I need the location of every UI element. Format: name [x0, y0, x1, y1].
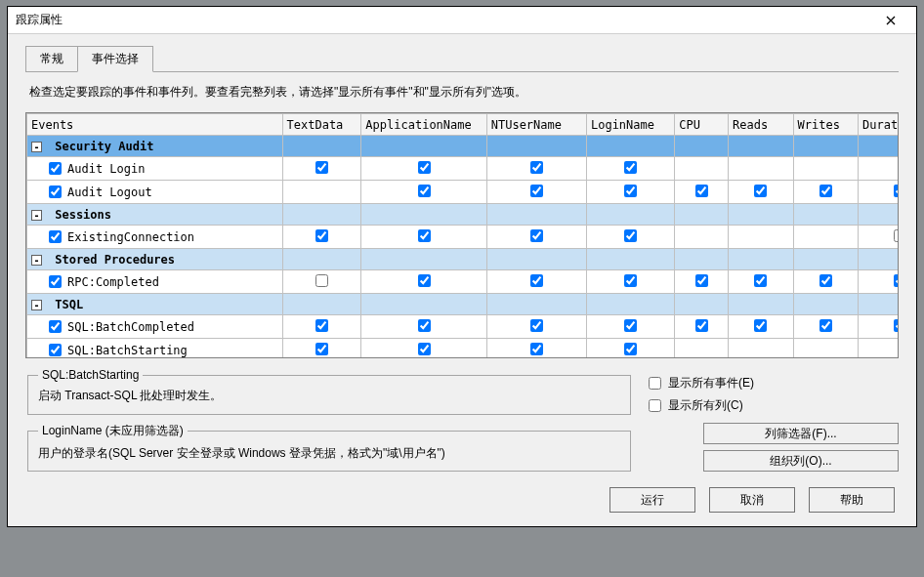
organize-columns-button[interactable]: 组织列(O)... — [703, 450, 899, 472]
event-row[interactable]: SQL:BatchStarting — [27, 339, 899, 358]
event-checkbox[interactable] — [49, 185, 62, 198]
collapse-icon[interactable]: - — [31, 210, 42, 221]
grid-cell[interactable] — [282, 270, 361, 294]
category-cell[interactable]: - Security Audit — [27, 136, 283, 157]
category-cell[interactable]: - Stored Procedures — [27, 249, 283, 270]
category-cell[interactable]: - Sessions — [27, 204, 283, 226]
event-row[interactable]: Audit Logout — [27, 181, 899, 204]
column-checkbox[interactable] — [315, 274, 328, 287]
event-checkbox[interactable] — [49, 230, 62, 243]
grid-cell[interactable] — [486, 226, 586, 249]
category-cell[interactable]: - TSQL — [27, 294, 283, 315]
grid-cell[interactable] — [361, 315, 486, 339]
grid-cell[interactable] — [675, 339, 729, 358]
grid-header-writes[interactable]: Writes — [793, 114, 859, 136]
event-row[interactable]: Audit Login — [27, 157, 899, 181]
show-all-columns-label[interactable]: 显示所有列(C) — [645, 396, 899, 415]
grid-cell[interactable] — [859, 315, 898, 339]
column-checkbox[interactable] — [894, 229, 898, 242]
column-checkbox[interactable] — [315, 161, 328, 174]
column-checkbox[interactable] — [418, 319, 431, 332]
grid-cell[interactable] — [282, 226, 361, 249]
grid-cell[interactable] — [586, 315, 674, 339]
grid-cell[interactable] — [675, 315, 729, 339]
column-checkbox[interactable] — [624, 274, 637, 287]
grid-cell[interactable] — [361, 181, 486, 204]
events-grid-scroll[interactable]: EventsTextDataApplicationNameNTUserNameL… — [26, 113, 898, 357]
help-button[interactable]: 帮助 — [809, 487, 895, 513]
grid-cell[interactable] — [793, 315, 859, 339]
collapse-icon[interactable]: - — [31, 255, 42, 266]
event-checkbox[interactable] — [49, 162, 62, 175]
column-checkbox[interactable] — [624, 161, 637, 174]
column-checkbox[interactable] — [624, 185, 637, 197]
grid-cell[interactable] — [793, 181, 859, 204]
column-checkbox[interactable] — [315, 343, 328, 355]
grid-cell[interactable] — [361, 270, 486, 294]
column-checkbox[interactable] — [624, 229, 637, 242]
grid-cell[interactable] — [793, 339, 859, 358]
collapse-icon[interactable]: - — [31, 142, 42, 152]
grid-cell[interactable] — [793, 226, 859, 249]
column-checkbox[interactable] — [418, 185, 431, 197]
column-checkbox[interactable] — [624, 343, 637, 355]
event-cell[interactable]: SQL:BatchStarting — [27, 339, 283, 358]
event-cell[interactable]: ExistingConnection — [27, 226, 283, 249]
grid-cell[interactable] — [361, 339, 486, 358]
grid-cell[interactable] — [586, 157, 674, 181]
grid-cell[interactable] — [486, 270, 586, 294]
cancel-button[interactable]: 取消 — [709, 487, 795, 513]
tab-general[interactable]: 常规 — [25, 46, 78, 71]
column-checkbox[interactable] — [754, 185, 767, 197]
column-filter-button[interactable]: 列筛选器(F)... — [703, 423, 899, 444]
grid-cell[interactable] — [859, 270, 898, 294]
grid-cell[interactable] — [586, 339, 674, 358]
grid-header-textdata[interactable]: TextData — [282, 114, 361, 136]
grid-cell[interactable] — [728, 315, 793, 339]
column-checkbox[interactable] — [695, 319, 708, 332]
category-row[interactable]: - Sessions — [27, 204, 899, 226]
grid-cell[interactable] — [486, 181, 586, 204]
column-checkbox[interactable] — [418, 161, 431, 174]
grid-cell[interactable] — [282, 157, 361, 181]
grid-cell[interactable] — [728, 339, 793, 358]
grid-cell[interactable] — [859, 181, 898, 204]
show-all-events-checkbox[interactable] — [649, 377, 661, 390]
grid-cell[interactable] — [361, 157, 486, 181]
column-checkbox[interactable] — [754, 319, 767, 332]
event-checkbox[interactable] — [49, 320, 62, 333]
category-row[interactable]: - Security Audit — [27, 136, 899, 157]
grid-header-applicationname[interactable]: ApplicationName — [361, 114, 486, 136]
close-button[interactable] — [871, 8, 910, 33]
show-all-events-label[interactable]: 显示所有事件(E) — [645, 374, 899, 392]
column-checkbox[interactable] — [530, 274, 543, 287]
column-checkbox[interactable] — [894, 185, 898, 197]
column-checkbox[interactable] — [754, 274, 767, 287]
grid-cell[interactable] — [486, 315, 586, 339]
event-row[interactable]: RPC:Completed — [27, 270, 899, 294]
column-checkbox[interactable] — [819, 185, 832, 197]
column-checkbox[interactable] — [315, 229, 328, 242]
grid-header-reads[interactable]: Reads — [728, 114, 793, 136]
column-checkbox[interactable] — [418, 343, 431, 355]
grid-cell[interactable] — [282, 339, 361, 358]
grid-header-cpu[interactable]: CPU — [675, 114, 729, 136]
event-cell[interactable]: Audit Login — [27, 157, 283, 181]
tab-events[interactable]: 事件选择 — [77, 46, 153, 72]
column-checkbox[interactable] — [530, 343, 543, 355]
grid-header-ntusername[interactable]: NTUserName — [486, 114, 586, 136]
grid-header-events[interactable]: Events — [27, 114, 283, 136]
event-cell[interactable]: SQL:BatchCompleted — [27, 315, 283, 339]
grid-cell[interactable] — [728, 270, 793, 294]
grid-cell[interactable] — [675, 181, 729, 204]
show-all-columns-checkbox[interactable] — [649, 399, 661, 412]
collapse-icon[interactable]: - — [31, 300, 42, 310]
grid-cell[interactable] — [361, 226, 486, 249]
column-checkbox[interactable] — [695, 185, 708, 197]
grid-cell[interactable] — [859, 226, 898, 249]
grid-cell[interactable] — [793, 157, 859, 181]
event-checkbox[interactable] — [49, 275, 62, 288]
event-checkbox[interactable] — [49, 344, 62, 356]
grid-cell[interactable] — [586, 226, 674, 249]
column-checkbox[interactable] — [530, 161, 543, 174]
